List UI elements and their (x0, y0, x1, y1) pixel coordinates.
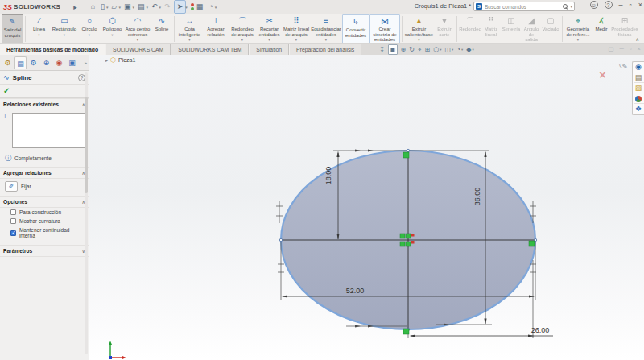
ribbon-centerpoint-arc[interactable]: ◠ Arco centro extremos ▾ (124, 14, 151, 43)
undo-caret-icon[interactable]: ▾ (159, 5, 162, 10)
panel-tabs-more-icon[interactable]: » (85, 60, 87, 65)
ribbon-trim-entities[interactable]: ✂ Recortar entidades ▾ (256, 14, 283, 43)
tab-herramientas-basicas[interactable]: Herramientas básicas de modelado (0, 44, 105, 55)
command-search[interactable]: S Buscar comandos ▾ (473, 2, 575, 11)
select-tool-icon[interactable]: ➤ (174, 0, 187, 14)
ribbon-exit-sketch[interactable]: ✎ Salir del croquis (2, 14, 23, 43)
open-caret-icon[interactable]: ▾ (118, 5, 121, 10)
minimize-button[interactable]: – (619, 1, 623, 9)
help-icon[interactable]: ? (605, 1, 613, 9)
close-button[interactable]: × (638, 1, 642, 9)
section-add-relations[interactable]: Agregar relaciones ∧ (0, 167, 89, 179)
relations-listbox[interactable] (12, 113, 86, 148)
extrude-caret-icon[interactable]: ▾ (418, 38, 419, 42)
scrollbar-thumb[interactable] (85, 97, 88, 193)
save-caret-icon[interactable]: ▾ (133, 5, 135, 10)
linear-pattern-caret-icon[interactable]: ▾ (295, 38, 297, 42)
zoom-to-fit-icon[interactable]: ▣ (388, 44, 398, 55)
display-style-caret-icon[interactable]: ▾ (452, 48, 453, 52)
ribbon-extrude-boss[interactable]: ▲ Extruir saliente/base ▾ (404, 14, 434, 43)
save-icon[interactable]: ▣ (122, 1, 134, 13)
rectangle-caret-icon[interactable]: ▾ (64, 33, 65, 37)
dynamic-annotation-icon[interactable]: ⊞ (424, 45, 430, 54)
doc-close-icon[interactable]: × (638, 45, 641, 52)
previous-view-icon[interactable]: ↻ (409, 45, 415, 54)
appearance-grid-icon[interactable]: ▦ (194, 1, 206, 13)
brand-caret-icon[interactable]: ▸ (73, 3, 77, 11)
panel-scrollbar[interactable] (85, 72, 88, 354)
configuration-manager-tab-icon[interactable]: ⚙ (27, 56, 39, 69)
ribbon-convert-entities[interactable]: ↳ Convertir entidades (342, 14, 369, 43)
ribbon-spline[interactable]: ∿ Spline (151, 14, 172, 43)
spline-point-top[interactable] (407, 149, 409, 151)
reference-geometry-caret-icon[interactable]: ▾ (577, 38, 579, 42)
tab-solidworks-cam[interactable]: SOLIDWORKS CAM (105, 44, 171, 55)
view-settings-icon[interactable]: ◆ (466, 45, 471, 54)
section-options[interactable]: Opciones ∧ (0, 196, 89, 208)
view-orientation-caret-icon[interactable]: ▾ (440, 48, 441, 52)
origin-point[interactable] (411, 241, 415, 244)
search-icon[interactable] (563, 4, 568, 9)
zoom-to-area-icon[interactable]: ⊕ (401, 45, 407, 54)
appearances-tab-icon[interactable]: ❖ (634, 104, 644, 114)
print-icon[interactable]: ▤ (135, 1, 147, 13)
graphics-viewport[interactable]: ▸ ⬡ Pieza1 ◟ ✎ × ◉ ▤ ▨ ❖ (89, 55, 644, 360)
ribbon-polygon[interactable]: ⬡ Polígono ▾ (101, 14, 124, 43)
options-caret-icon[interactable]: ▾ (215, 5, 217, 10)
select-caret-icon[interactable]: ▾ (185, 5, 188, 10)
display-manager-tab-icon[interactable]: ◉ (53, 56, 65, 69)
cancel-sketch-icon[interactable]: × (599, 68, 606, 81)
arc-caret-icon[interactable]: ▾ (137, 38, 138, 42)
fix-relation-icon[interactable]: ✐ (5, 181, 18, 192)
ribbon-line[interactable]: ∕ Línea ▾ (27, 14, 51, 43)
ribbon-linear-sketch-pattern[interactable]: ⠿ Matriz lineal de croquis ▾ (283, 14, 310, 43)
smart-dimension-caret-icon[interactable]: ▾ (188, 38, 190, 42)
new-caret-icon[interactable]: ▾ (106, 5, 109, 10)
hide-show-items-icon[interactable]: ◔ (456, 45, 460, 54)
tab-preparacion-analisis[interactable]: Preparación del análisis (289, 44, 361, 55)
checkbox-show-curvature[interactable] (10, 218, 16, 224)
display-style-icon[interactable]: ◫ (444, 45, 451, 54)
doc-minimize-icon[interactable]: ─ (620, 45, 624, 52)
ribbon-measure[interactable]: ∡ Medir (592, 14, 611, 43)
breadcrumb[interactable]: ▸ ⬡ Pieza1 (105, 56, 135, 64)
view-settings-caret-icon[interactable]: ▾ (473, 48, 474, 52)
spline-point-left[interactable] (279, 238, 282, 241)
circle-caret-icon[interactable]: ▾ (89, 33, 90, 37)
ribbon-sketch-fillet[interactable]: ⌒ Redondeo de croquis ▾ (229, 14, 256, 43)
ribbon-mirror-entities[interactable]: ⋈ Crear simetría de entidades ▾ (369, 14, 400, 43)
property-manager-tab-icon[interactable]: ▤ (14, 56, 27, 69)
tab-simulation[interactable]: Simulation (249, 44, 289, 55)
trim-caret-icon[interactable]: ▾ (268, 38, 270, 42)
exit-sketch-pencil-icon[interactable]: ✎ (621, 63, 628, 71)
line-caret-icon[interactable]: ▾ (38, 33, 39, 37)
search-caret-icon[interactable]: ▾ (570, 4, 572, 9)
ribbon-smart-dimension[interactable]: ↔ Cota inteligente ▾ (176, 14, 203, 43)
view-palette-tab-icon[interactable] (634, 93, 644, 104)
section-parameters[interactable]: Parámetros ∨ (0, 245, 89, 257)
hide-show-caret-icon[interactable]: ▾ (461, 48, 463, 52)
sketch-fillet-caret-icon[interactable]: ▾ (242, 38, 243, 42)
search-input[interactable]: Buscar comandos (485, 4, 560, 10)
file-explorer-tab-icon[interactable]: ▨ (634, 83, 644, 93)
ribbon-collapse-icon[interactable]: ∧ (636, 36, 639, 42)
sign-in-icon[interactable]: ☺ (590, 1, 598, 9)
ribbon-circle[interactable]: ○ Círculo ▾ (78, 14, 101, 43)
ribbon-reference-geometry[interactable]: ⌖ Geometría de refere... ▾ (564, 14, 592, 43)
undo-icon[interactable]: ↶ (149, 1, 160, 13)
home-icon[interactable]: ⌂ (89, 1, 97, 13)
origin-point[interactable] (411, 234, 415, 237)
feature-manager-tab-icon[interactable]: ⚙ (2, 56, 14, 69)
doc-menu-icon[interactable]: ▢ (609, 45, 614, 52)
offset-caret-icon[interactable]: ▾ (325, 38, 327, 42)
design-library-tab-icon[interactable]: ▤ (634, 72, 644, 83)
tab-solidworks-cam-tbm[interactable]: SOLIDWORKS CAM TBM (171, 44, 249, 55)
arrow-down-icon[interactable]: ↧ (379, 45, 385, 54)
print-caret-icon[interactable]: ▾ (147, 5, 149, 10)
rebuild-icon[interactable] (188, 3, 193, 10)
view-orientation-icon[interactable]: ⬡ (433, 45, 439, 54)
breadcrumb-expand-icon[interactable]: ▸ (105, 57, 108, 63)
ribbon-add-relation[interactable]: ⊥ Agregar relación (203, 14, 229, 43)
dimxpert-tab-icon[interactable]: ⊕ (40, 56, 52, 69)
ok-check-icon[interactable]: ✓ (3, 86, 10, 95)
